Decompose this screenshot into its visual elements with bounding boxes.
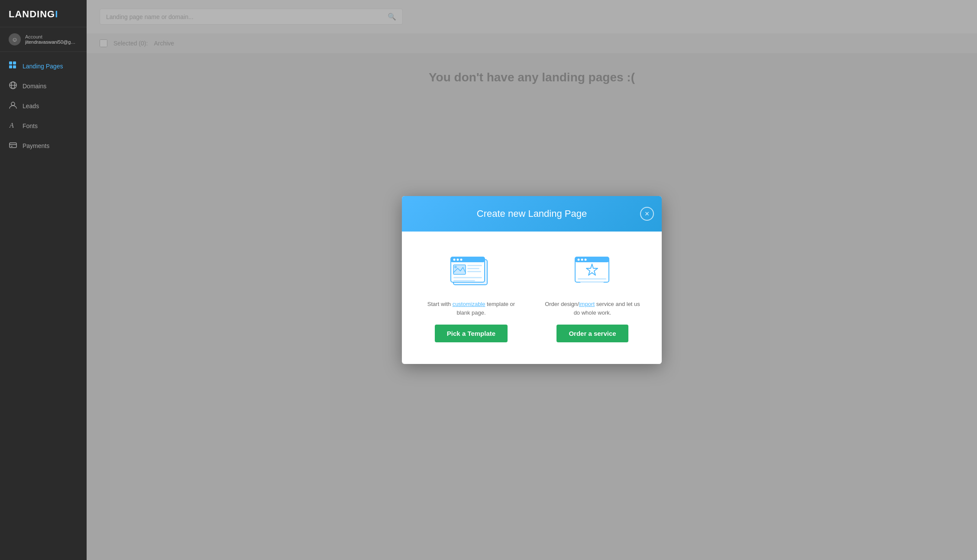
svg-rect-32 — [580, 281, 604, 283]
modal-title: Create new Landing Page — [477, 208, 587, 219]
svg-point-29 — [585, 258, 587, 261]
main-content: 🔍 Selected (0): Archive You don't have a… — [87, 0, 977, 560]
order-service-option: Order design/import service and let us d… — [545, 253, 640, 342]
modal-body: Start with customizable template or blan… — [402, 232, 662, 364]
sidebar-item-fonts[interactable]: A Fonts — [0, 116, 87, 136]
sidebar-item-label-leads: Leads — [23, 103, 39, 109]
card-icon — [9, 141, 17, 151]
svg-rect-20 — [467, 265, 482, 266]
logo: LANDINGI — [0, 0, 87, 27]
account-avatar: ☺ — [9, 33, 21, 45]
sidebar: LANDINGI ☺ Account jitendravaswani50@gm.… — [0, 0, 87, 560]
grid-icon — [9, 61, 17, 71]
sidebar-item-label-domains: Domains — [23, 83, 46, 90]
svg-rect-3 — [13, 65, 16, 68]
account-email: jitendravaswani50@gm... — [25, 39, 78, 45]
user-icon — [9, 101, 17, 111]
svg-text:A: A — [9, 122, 14, 129]
svg-rect-9 — [10, 143, 16, 148]
modal-close-button[interactable]: × — [640, 207, 654, 221]
account-section[interactable]: ☺ Account jitendravaswani50@gm... — [0, 27, 87, 52]
globe-icon — [9, 81, 17, 91]
svg-rect-31 — [578, 278, 606, 280]
svg-rect-1 — [13, 61, 16, 64]
sidebar-item-label-fonts: Fonts — [23, 122, 38, 129]
svg-point-17 — [460, 258, 463, 261]
order-service-desc: Order design/import service and let us d… — [545, 300, 640, 317]
pick-template-option: Start with customizable template or blan… — [424, 253, 519, 342]
svg-rect-22 — [467, 271, 481, 272]
create-landing-page-modal: Create new Landing Page × — [402, 196, 662, 364]
svg-point-15 — [453, 258, 456, 261]
svg-rect-21 — [467, 268, 479, 269]
svg-rect-23 — [453, 277, 482, 278]
sidebar-item-domains[interactable]: Domains — [0, 76, 87, 96]
svg-rect-14 — [451, 257, 485, 262]
sidebar-nav: Landing Pages Domains Leads A Fonts Paym… — [0, 52, 87, 560]
order-service-button[interactable]: Order a service — [556, 325, 628, 342]
svg-rect-24 — [453, 280, 475, 281]
modal-overlay: Create new Landing Page × — [87, 0, 977, 560]
template-icon — [445, 253, 497, 292]
font-icon: A — [9, 121, 17, 131]
modal-header: Create new Landing Page × — [402, 196, 662, 232]
sidebar-item-payments[interactable]: Payments — [0, 136, 87, 156]
svg-rect-26 — [575, 257, 609, 262]
sidebar-item-label-landing-pages: Landing Pages — [23, 63, 63, 70]
sidebar-item-label-payments: Payments — [23, 142, 49, 149]
sidebar-item-landing-pages[interactable]: Landing Pages — [0, 56, 87, 76]
svg-rect-0 — [9, 61, 12, 64]
svg-point-7 — [11, 102, 15, 106]
sidebar-item-leads[interactable]: Leads — [0, 96, 87, 116]
svg-point-28 — [581, 258, 583, 261]
account-label: Account — [25, 34, 78, 39]
svg-point-16 — [457, 258, 459, 261]
pick-template-desc: Start with customizable template or blan… — [424, 300, 519, 317]
svg-point-27 — [578, 258, 580, 261]
svg-point-19 — [454, 266, 457, 268]
pick-template-button[interactable]: Pick a Template — [435, 325, 508, 342]
svg-rect-2 — [9, 65, 12, 68]
service-icon — [566, 253, 618, 292]
